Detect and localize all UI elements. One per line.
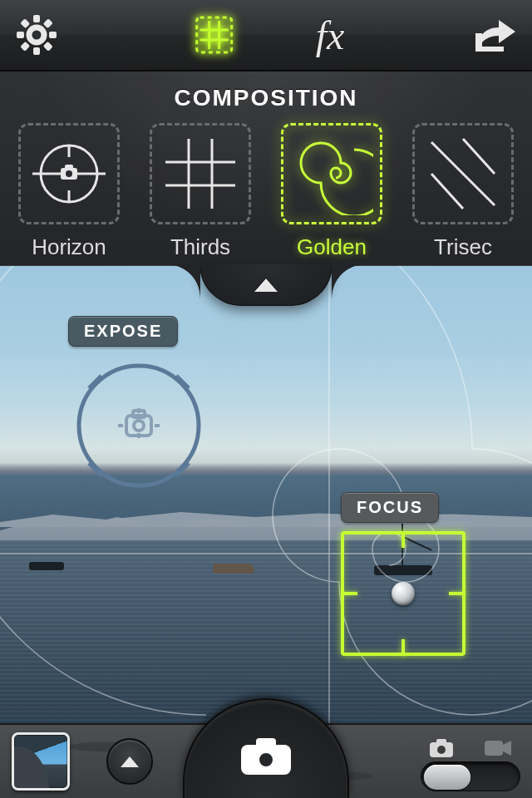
svg-rect-15 [65,165,73,170]
composition-option-horizon[interactable]: Horizon [7,123,131,260]
svg-rect-35 [256,738,276,748]
composition-option-golden[interactable]: Golden [269,123,394,260]
share-button[interactable] [470,10,520,60]
composition-label: Trisec [401,234,525,260]
horizon-icon [27,132,111,215]
focus-reticle-icon [341,531,466,656]
svg-point-33 [134,421,144,431]
video-icon [484,738,512,758]
effects-button[interactable]: fx [316,12,345,58]
capture-mode-toggle[interactable] [421,738,520,791]
switch-knob [424,765,470,790]
composition-option-trisec[interactable]: Trisec [401,123,525,260]
panel-collapse-handle[interactable] [200,264,332,306]
camera-small-icon [429,738,454,758]
composition-option-thirds[interactable]: Thirds [138,123,263,260]
svg-rect-3 [197,17,232,52]
svg-rect-1 [33,15,40,22]
svg-rect-39 [436,739,446,744]
scene-boat [29,562,64,570]
trisec-icon [421,132,505,215]
chevron-up-icon [121,756,139,767]
expose-control[interactable]: EXPOSE [68,316,209,496]
grid-icon [195,16,234,54]
options-button[interactable] [106,738,153,785]
bottom-toolbar [0,723,532,798]
scene-boat [213,564,254,574]
camera-viewfinder[interactable]: EXPOSE FOCUS [0,266,532,723]
top-toolbar: fx [0,0,532,71]
gear-icon [17,15,57,55]
svg-point-2 [32,31,41,39]
panel-title: COMPOSITION [0,71,532,111]
golden-icon [290,132,373,215]
camera-icon [239,736,293,776]
svg-point-40 [437,746,446,754]
focus-label: FOCUS [341,492,439,523]
last-photo-thumbnail[interactable] [12,732,70,791]
svg-line-23 [431,174,463,209]
focus-control[interactable]: FOCUS [341,492,466,656]
svg-line-22 [463,139,495,174]
composition-button[interactable] [188,8,241,62]
share-icon [474,17,517,53]
chevron-up-icon [254,278,278,292]
mode-switch[interactable] [421,761,520,791]
settings-button[interactable] [12,10,62,60]
focus-point-icon [392,582,415,605]
expose-reticle-icon [68,355,209,496]
composition-label: Golden [269,234,394,260]
expose-label: EXPOSE [68,316,178,347]
thirds-icon [159,132,242,215]
composition-panel: COMPOSITION Horizon [0,71,532,266]
svg-point-16 [66,170,72,177]
composition-label: Horizon [7,234,131,260]
svg-rect-41 [485,741,503,756]
svg-point-26 [79,366,199,485]
svg-line-21 [431,142,495,205]
composition-label: Thirds [138,234,263,260]
svg-rect-9 [475,47,504,52]
